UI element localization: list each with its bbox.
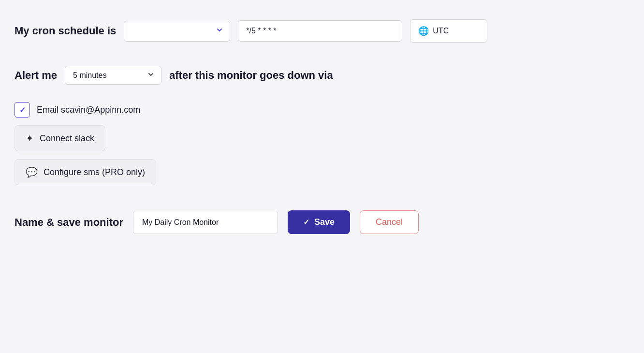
save-label: Name & save monitor [15, 216, 123, 229]
cron-preset-select[interactable]: Every 5 minutes Every hour Daily Weekly … [124, 21, 230, 42]
globe-icon: 🌐 [418, 26, 429, 36]
check-icon: ✓ [19, 105, 26, 115]
alert-duration-select[interactable]: 1 minute 5 minutes 10 minutes 30 minutes… [65, 66, 161, 85]
speech-bubble-icon: 💬 [26, 166, 38, 178]
cron-label: My cron schedule is [15, 25, 116, 37]
connect-slack-button[interactable]: ✦ Connect slack [15, 125, 105, 151]
notification-options: ✓ Email scavin@Appinn.com ✦ Connect slac… [15, 102, 595, 185]
alert-duration-wrapper: 1 minute 5 minutes 10 minutes 30 minutes… [65, 66, 161, 85]
slack-label: Connect slack [40, 133, 94, 144]
configure-sms-button[interactable]: 💬 Configure sms (PRO only) [15, 159, 156, 185]
sms-label: Configure sms (PRO only) [44, 167, 145, 177]
cron-expression-input[interactable] [238, 20, 402, 42]
save-button[interactable]: ✓ Save [288, 210, 350, 234]
save-row: Name & save monitor ✓ Save Cancel [15, 210, 595, 234]
email-checkbox[interactable]: ✓ [15, 102, 30, 118]
slack-notification-item: ✦ Connect slack [15, 125, 595, 151]
cancel-button-label: Cancel [376, 217, 403, 227]
sms-notification-item: 💬 Configure sms (PRO only) [15, 159, 595, 185]
email-label: Email scavin@Appinn.com [37, 105, 140, 115]
email-notification-item: ✓ Email scavin@Appinn.com [15, 102, 595, 118]
save-check-icon: ✓ [303, 218, 309, 227]
cron-select-wrapper: Every 5 minutes Every hour Daily Weekly … [124, 21, 230, 42]
save-button-label: Save [314, 217, 335, 227]
alert-after-label: after this monitor goes down via [169, 69, 333, 82]
timezone-label: UTC [433, 27, 449, 35]
puzzle-icon: ✦ [26, 132, 34, 144]
cancel-button[interactable]: Cancel [360, 210, 419, 234]
monitor-name-input[interactable] [133, 211, 278, 234]
cron-row: My cron schedule is Every 5 minutes Ever… [15, 19, 595, 43]
alert-label: Alert me [15, 69, 57, 82]
page-container: My cron schedule is Every 5 minutes Ever… [15, 19, 595, 234]
timezone-display: 🌐 UTC [410, 19, 487, 43]
alert-row: Alert me 1 minute 5 minutes 10 minutes 3… [15, 66, 595, 85]
